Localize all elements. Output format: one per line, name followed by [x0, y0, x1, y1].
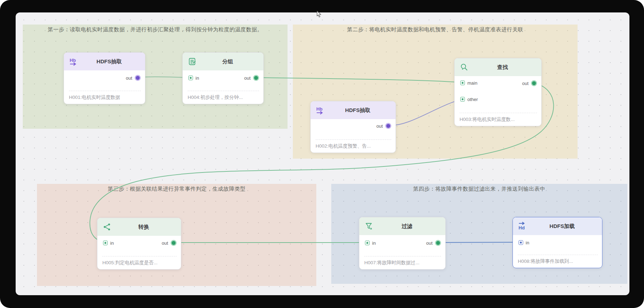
node-h004[interactable]: 分组 in out H004:初步处理，按分钟...: [182, 52, 264, 104]
port-h004-out[interactable]: out: [244, 75, 259, 81]
node-h001-desc: H001:电机实时温度数据: [69, 91, 141, 101]
transform-icon: [102, 222, 112, 232]
hdfs-extract-icon: Hb: [69, 57, 78, 66]
svg-text:Hb: Hb: [316, 106, 322, 112]
node-h005-title: 转换: [112, 224, 176, 230]
port-h002-out[interactable]: out: [376, 123, 391, 129]
filter-icon: [364, 222, 374, 231]
node-h004-desc: H004:初步处理，按分钟...: [188, 91, 259, 101]
node-h004-title: 分组: [197, 58, 258, 65]
mouse-cursor-icon: [316, 11, 322, 19]
region-step1-title: 第一步：读取电机实时温度数据，并进行初步汇聚处理，得到按分钟为粒度的温度数据。: [23, 25, 288, 33]
port-h003-other[interactable]: other: [460, 97, 478, 102]
node-h002-desc: H002:电机温度预警、告...: [316, 139, 391, 149]
hdfs-load-icon: Hd: [518, 222, 527, 231]
node-h005-desc: H005:判定电机温度是否...: [102, 256, 177, 266]
node-h001[interactable]: Hb HDFS抽取 out H001:电机实时温度数据: [64, 52, 145, 104]
node-h003-desc: H003:将电机实时温度数...: [460, 113, 537, 123]
node-h008-desc: H008:将故障事件加载到...: [518, 255, 598, 265]
workflow-editor: 第一步：读取电机实时温度数据，并进行初步汇聚处理，得到按分钟为粒度的温度数据。 …: [0, 0, 644, 308]
node-h007-title: 过滤: [374, 223, 440, 230]
hdfs-extract-icon: Hb: [316, 106, 325, 115]
port-h003-out[interactable]: out: [522, 80, 537, 86]
port-h008-in[interactable]: in: [519, 240, 529, 245]
svg-text:Hb: Hb: [70, 58, 76, 63]
node-h003-title: 查找: [469, 64, 536, 71]
port-h007-out[interactable]: out: [426, 240, 441, 246]
port-h004-in[interactable]: in: [188, 75, 199, 81]
node-h008-title: HDFS加载: [527, 223, 597, 230]
search-icon: [460, 63, 469, 72]
svg-text:Hd: Hd: [519, 225, 525, 230]
port-h003-main[interactable]: main: [460, 80, 477, 86]
node-h003[interactable]: 查找 main other out H003:将电机实时温度数...: [454, 58, 542, 126]
region-step4-title: 第四步：将故障事件数据过滤出来，并推送到输出表中: [331, 184, 627, 192]
region-step2-title: 第二步：将电机实时温度数据和电机预警、告警、停机温度准表进行关联: [293, 25, 578, 33]
node-h007[interactable]: 过滤 in out H007:将故障时间数据过...: [359, 217, 446, 270]
node-h007-desc: H007:将故障时间数据过...: [364, 256, 441, 266]
port-h005-out[interactable]: out: [162, 240, 177, 246]
port-h001-out[interactable]: out: [126, 75, 141, 81]
node-h008[interactable]: Hd HDFS加载 in H008:将故障事件加载到...: [512, 217, 602, 268]
node-h002-title: HDFS抽取: [325, 107, 391, 114]
node-h002[interactable]: Hb HDFS抽取 out H002:电机温度预警、告...: [310, 101, 396, 153]
group-icon: [188, 57, 197, 66]
region-step3-title: 第三步：根据关联结果进行异常事件判定，生成故障类型: [37, 184, 316, 192]
port-h005-in[interactable]: in: [103, 240, 114, 246]
node-h005[interactable]: 转换 in out H005:判定电机温度是否...: [97, 218, 181, 270]
port-h007-in[interactable]: in: [365, 240, 376, 246]
node-h001-title: HDFS抽取: [78, 58, 140, 65]
